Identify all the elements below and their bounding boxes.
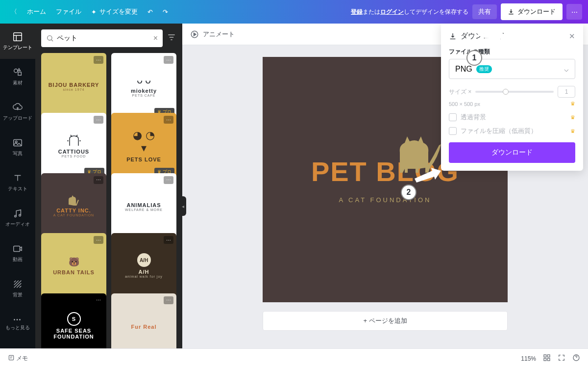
size-label: サイズ × (449, 88, 471, 96)
filter-button[interactable] (167, 32, 176, 44)
rail-photos[interactable]: 写真 (0, 130, 35, 165)
photos-icon (12, 137, 23, 148)
svg-rect-2 (18, 72, 21, 75)
search-box[interactable]: × (41, 29, 163, 47)
svg-rect-0 (14, 33, 22, 41)
grid-view-button[interactable] (543, 354, 551, 363)
template-options-button[interactable]: ⋯ (164, 296, 173, 304)
rail-uploads[interactable]: アップロード (0, 94, 35, 130)
notes-button[interactable]: メモ (8, 354, 28, 363)
side-rail: テンプレート素材アップロード写真テキストオーディオ動画背景•••もっと見る (0, 24, 35, 348)
template-title: PETS LOVE (126, 157, 161, 162)
login-prompt[interactable]: 登録またはログインしてデザインを保存する (351, 8, 468, 16)
close-popover-button[interactable]: ✕ (569, 32, 575, 41)
template-card[interactable]: ⋯ ANIMALIAS WELFARE & MORE (111, 173, 176, 238)
fullscreen-button[interactable] (558, 354, 565, 363)
file-type-select[interactable]: PNG 推奨 ⌵ (449, 59, 575, 79)
template-options-button[interactable]: ⋯ (94, 116, 103, 124)
rail-label: オーディオ (5, 221, 30, 228)
templates-panel: × ⋯ BIJOU BARKERY since 1974 ⋯ ᴗ ᴗ mioke… (35, 24, 182, 348)
template-card[interactable]: ⋯ 🐻 URBAN TAILS (41, 233, 106, 298)
rail-text[interactable]: テキスト (0, 165, 35, 200)
add-page-button[interactable]: + ページを追加 (263, 311, 508, 331)
recommended-badge: 推奨 (476, 65, 492, 73)
rail-more[interactable]: •••もっと見る (0, 306, 35, 342)
template-card[interactable]: ⋯ Fur Real (111, 293, 176, 348)
rail-templates[interactable]: テンプレート (0, 24, 35, 59)
download-action-button[interactable]: ダウンロード (449, 142, 575, 163)
size-value[interactable]: 1 (558, 86, 575, 98)
template-options-button[interactable]: ⋯ (164, 116, 173, 124)
template-subtitle: WELFARE & MORE (125, 208, 163, 211)
video-icon (12, 243, 23, 254)
template-title: URBAN TAILS (53, 269, 95, 275)
compress-label: ファイルを圧縮（低画質） (461, 127, 537, 135)
svg-point-1 (14, 69, 18, 73)
template-options-button[interactable]: ⋯ (94, 56, 103, 64)
size-slider[interactable] (475, 91, 554, 93)
file-menu[interactable]: ファイル (51, 4, 86, 19)
elements-icon (12, 67, 23, 78)
cat-silhouette-icon (390, 131, 444, 175)
back-button[interactable]: 〈 (6, 4, 22, 19)
template-card[interactable]: ⋯ A/H A/H animal walk for joy (111, 233, 176, 298)
template-title: SAFE SEAS FOUNDATION (45, 328, 102, 340)
rail-label: アップロード (3, 115, 32, 122)
more-menu-button[interactable]: ⋯ (566, 4, 582, 20)
animate-button[interactable]: アニメート (203, 30, 235, 39)
template-card[interactable]: ⋯ S SAFE SEAS FOUNDATION (41, 293, 106, 348)
template-card[interactable]: ⋯ ᴗ ᴗ mioketty PETS CAFE ♛ プロ (111, 53, 176, 118)
rail-audio[interactable]: オーディオ (0, 200, 35, 236)
help-button[interactable] (572, 354, 580, 363)
template-title: A/H (139, 269, 149, 275)
uploads-icon (12, 102, 23, 113)
crown-icon: ♛ (570, 101, 575, 107)
rail-label: テキスト (8, 185, 27, 192)
audio-icon (12, 208, 23, 219)
rail-elements[interactable]: 素材 (0, 59, 35, 94)
notes-label: メモ (16, 355, 28, 362)
template-options-button[interactable]: ⋯ (94, 176, 103, 184)
clear-search-button[interactable]: × (153, 34, 158, 43)
share-button[interactable]: 共有 (472, 4, 497, 19)
resize-label: サイズを変更 (99, 7, 138, 16)
resize-icon: ✦ (91, 8, 97, 16)
template-card[interactable]: ⋯ ◕ ◔▾ PETS LOVE ♛ プロ (111, 113, 176, 178)
svg-point-6 (19, 214, 21, 216)
redo-button[interactable]: ↷ (158, 5, 173, 19)
template-card[interactable]: ⋯ BIJOU BARKERY since 1974 (41, 53, 106, 118)
design-subtitle[interactable]: A CAT FOUNDATION (339, 196, 432, 204)
rail-label: 背景 (13, 291, 23, 298)
template-options-button[interactable]: ⋯ (164, 176, 173, 184)
rail-label: テンプレート (3, 44, 32, 51)
transparent-bg-option[interactable]: 透過背景 ♛ (449, 113, 575, 122)
rail-label: もっと見る (5, 324, 30, 331)
template-options-button[interactable]: ⋯ (164, 236, 173, 244)
template-options-button[interactable]: ⋯ (164, 56, 173, 64)
template-card[interactable]: ⋯ CATTY INC. A CAT FOUNDATION (41, 173, 106, 238)
download-icon (449, 32, 457, 40)
template-grid: ⋯ BIJOU BARKERY since 1974 ⋯ ᴗ ᴗ miokett… (35, 53, 182, 348)
template-title: Fur Real (131, 324, 156, 330)
compress-option[interactable]: ファイルを圧縮（低画質） ♛ (449, 127, 575, 135)
download-icon (508, 8, 514, 15)
template-title: BIJOU BARKERY (49, 82, 99, 88)
template-card[interactable]: ⋯ CATTIOUS PETS FOOD ♛ プロ (41, 113, 106, 178)
download-header-button[interactable]: ダウンロード (501, 3, 563, 20)
chevron-down-icon: ⌵ (564, 64, 569, 74)
download-popover: ダウンロード ✕ ファイルの種類 PNG 推奨 ⌵ サイズ × 1 500 × … (441, 24, 583, 171)
transparent-bg-label: 透過背景 (461, 113, 486, 122)
crown-icon: ♛ (570, 114, 575, 121)
file-type-value: PNG (455, 65, 472, 74)
rail-background[interactable]: 背景 (0, 271, 35, 306)
template-options-button[interactable]: ⋯ (94, 236, 103, 244)
zoom-level[interactable]: 115% (521, 355, 536, 362)
checkbox-icon (449, 127, 457, 135)
template-options-button[interactable]: ⋯ (94, 296, 103, 304)
home-button[interactable]: ホーム (22, 4, 51, 19)
template-subtitle: A CAT FOUNDATION (53, 213, 94, 217)
undo-button[interactable]: ↶ (143, 5, 158, 19)
resize-button[interactable]: ✦サイズを変更 (86, 4, 143, 19)
search-input[interactable] (57, 34, 150, 42)
rail-video[interactable]: 動画 (0, 236, 35, 271)
